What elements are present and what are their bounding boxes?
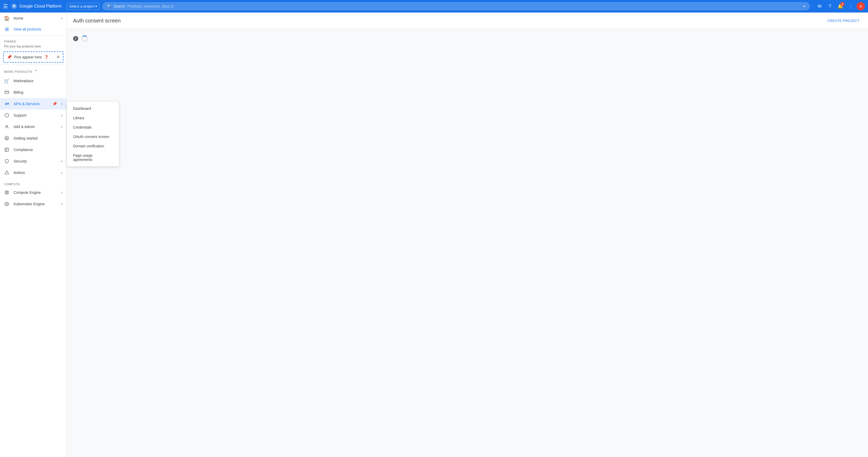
main-header: Auth consent screen CREATE PROJECT [67,12,868,29]
svg-marker-13 [5,202,9,206]
dropdown-item-oauth-consent[interactable]: OAuth consent screen [67,132,119,141]
notifications-button[interactable]: 🔔 2 [836,2,845,11]
compute-engine-chevron-icon: › [61,190,62,195]
svg-point-14 [6,203,7,205]
topbar-actions: ✉ ? 🔔 2 ⋮ A [815,2,865,11]
sidebar-item-kubernetes-engine[interactable]: Kubernetes Engine › [0,198,66,210]
pins-appear-here-box: 📌 Pins appear here ❓ ✕ [3,52,63,63]
help-icon: ? [829,4,831,9]
chevron-down-icon: ▾ [95,4,97,8]
sidebar-item-compliance[interactable]: Compliance [0,144,66,156]
mail-icon: ✉ [818,3,822,9]
main-body: i [67,29,868,48]
topbar: ☰ Google Cloud Platform Select a project… [0,0,868,12]
svg-rect-11 [5,191,8,194]
dropdown-item-dashboard[interactable]: Dashboard [67,104,119,113]
info-icon[interactable]: i [73,36,78,41]
iam-chevron-icon: › [61,124,62,129]
user-avatar[interactable]: A [857,2,865,10]
billing-icon [4,90,9,95]
sidebar-item-iam-admin[interactable]: IAM & Admin › [0,121,66,132]
marketplace-icon: 🛒 [4,78,9,84]
main-layout: 🏠 Home › ⊞ View all products PINNED Pin … [0,12,868,457]
view-all-products[interactable]: ⊞ View all products [0,24,66,34]
anthos-icon [4,170,9,175]
pins-close-icon[interactable]: ✕ [56,55,60,60]
svg-point-6 [6,125,7,127]
more-icon: ⋮ [848,3,853,9]
more-products-chevron-icon: ⌃ [34,69,38,74]
sidebar-item-compute-engine[interactable]: Compute Engine › [0,187,66,198]
home-icon: 🏠 [4,15,9,21]
iam-icon [4,124,9,129]
svg-rect-0 [5,91,9,94]
search-icon: 🔍 [107,4,112,8]
notification-badge: 2 [840,2,844,6]
menu-icon[interactable]: ☰ [3,3,8,9]
getting-started-icon [4,136,9,141]
compute-engine-icon [4,190,9,195]
apis-chevron-icon: › [61,101,62,106]
sidebar-item-billing[interactable]: Billing [0,87,66,98]
kubernetes-chevron-icon: › [61,202,62,206]
sidebar-item-support[interactable]: Support › [0,109,66,121]
sidebar-item-home[interactable]: 🏠 Home › [0,12,66,24]
support-icon [4,113,9,118]
search-bar[interactable]: 🔍 Search Products, resources, docs (/) ▾ [102,2,810,10]
dropdown-item-library[interactable]: Library [67,113,119,123]
support-chevron-icon: › [61,113,62,118]
svg-marker-10 [5,171,9,174]
app-name: Google Cloud Platform [19,4,62,9]
help-button[interactable]: ? [825,2,835,11]
apis-icon: API [4,101,9,106]
sidebar-item-apis-services[interactable]: API APIs & Services 📌 › [0,98,66,109]
security-chevron-icon: › [61,159,62,164]
pinned-section-label: PINNED [0,37,66,44]
sidebar-item-marketplace[interactable]: 🛒 Marketplace [0,75,66,87]
dropdown-item-page-usage-agreements[interactable]: Page usage agreements [67,151,119,164]
pin-icon: 📌 [7,55,12,60]
more-options-button[interactable]: ⋮ [846,2,856,11]
anthos-chevron-icon: › [61,170,62,175]
loading-row: i [73,35,862,42]
sidebar: 🏠 Home › ⊞ View all products PINNED Pin … [0,12,67,457]
sidebar-item-anthos[interactable]: Anthos › [0,167,66,178]
search-chevron-icon: ▾ [803,4,805,8]
sidebar-item-security[interactable]: Security › [0,156,66,167]
create-project-button[interactable]: CREATE PROJECT [826,17,862,25]
api-pin-icon[interactable]: 📌 [53,102,57,106]
svg-rect-12 [6,192,7,193]
pin-hint: Pin your top products here [0,44,66,50]
project-selector[interactable]: Select a project ▾ [67,3,100,10]
security-icon [4,159,9,164]
compute-section-label: COMPUTE [0,178,66,187]
mail-button[interactable]: ✉ [815,2,824,11]
kubernetes-icon [4,201,9,206]
more-products-header[interactable]: MORE PRODUCTS ⌃ [0,66,66,75]
svg-rect-7 [5,148,9,152]
dropdown-item-domain-verification[interactable]: Domain verification [67,141,119,151]
apis-services-dropdown: Dashboard Library Credentials OAuth cons… [67,102,119,166]
home-chevron-icon: › [61,16,62,21]
sidebar-item-getting-started[interactable]: Getting started [0,132,66,144]
app-logo: Google Cloud Platform [11,3,62,9]
page-title: Auth consent screen [73,18,121,24]
dropdown-item-credentials[interactable]: Credentials [67,123,119,132]
main-content: Auth consent screen CREATE PROJECT i [67,12,868,457]
compliance-icon [4,147,9,152]
grid-icon: ⊞ [4,27,9,32]
loading-spinner [82,35,88,42]
pins-help-icon[interactable]: ❓ [44,55,49,59]
